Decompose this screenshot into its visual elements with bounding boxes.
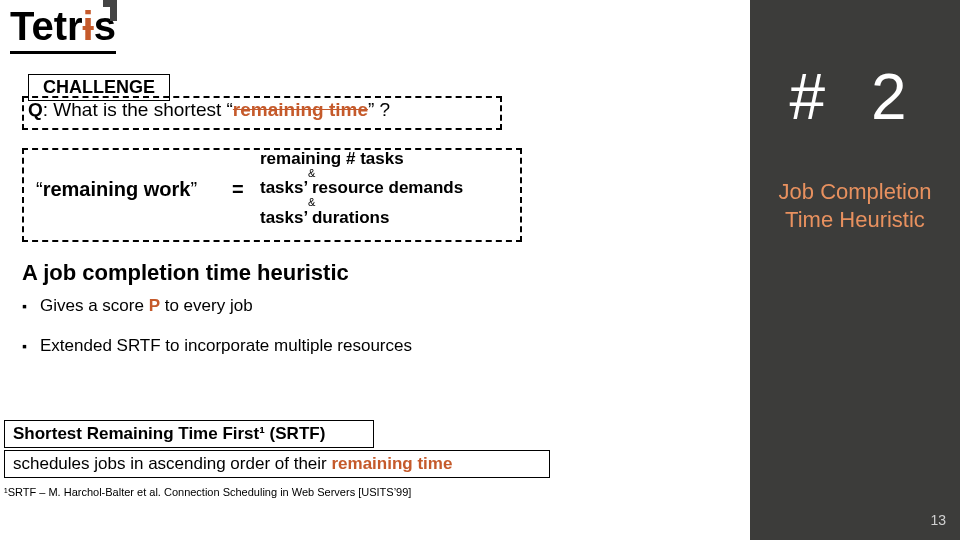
remaining-work-label: “remaining work” xyxy=(36,178,197,201)
slide: # 2 Job Completion Time Heuristic 13 Tet… xyxy=(0,0,960,540)
title-strike-i: i xyxy=(83,4,94,48)
equals-sign: = xyxy=(232,178,244,201)
srtf-title-box: Shortest Remaining Time First¹ (SRTF) xyxy=(4,420,374,448)
remaining-work-definition: remaining # tasks & tasks’ resource dema… xyxy=(260,150,510,227)
srtf-desc-rt: remaining time xyxy=(331,454,452,473)
remaining-work-text: remaining work xyxy=(43,178,191,200)
bullet-1a: Gives a score xyxy=(40,296,149,315)
q-remaining-time: remaining time xyxy=(233,99,368,120)
section-subtitle-line1: Job Completion xyxy=(779,179,932,204)
right-sidebar: # 2 Job Completion Time Heuristic 13 xyxy=(750,0,960,540)
title-part-a: Tetr xyxy=(10,4,83,48)
footnote: ¹SRTF – M. Harchol-Balter et al. Connect… xyxy=(4,486,411,498)
section-subtitle-line2: Time Heuristic xyxy=(785,207,925,232)
open-quote: “ xyxy=(36,178,43,200)
rw-line3: tasks’ durations xyxy=(260,209,510,227)
srtf-desc-box: schedules jobs in ascending order of the… xyxy=(4,450,550,478)
section-number: # 2 xyxy=(750,60,960,134)
question-text: Q: What is the shortest “remaining time”… xyxy=(28,99,390,121)
bullet-1: Gives a score P to every job xyxy=(40,296,253,316)
q-prefix: Q xyxy=(28,99,43,120)
srtf-desc-a: schedules jobs in ascending order of the… xyxy=(13,454,331,473)
tetromino-icon xyxy=(103,0,117,22)
bullet-2: Extended SRTF to incorporate multiple re… xyxy=(40,336,412,356)
page-number: 13 xyxy=(930,512,946,528)
q-part-b: ” ? xyxy=(368,99,390,120)
q-part-a: : What is the shortest “ xyxy=(43,99,233,120)
section-subtitle: Job Completion Time Heuristic xyxy=(750,178,960,233)
close-quote: ” xyxy=(190,178,197,200)
page-title: Tetris xyxy=(10,4,116,54)
bullet-1-P: P xyxy=(149,296,160,315)
rw-line1: remaining # tasks xyxy=(260,150,510,168)
rw-line2: tasks’ resource demands xyxy=(260,179,510,197)
bullet-1b: to every job xyxy=(160,296,253,315)
heuristic-heading: A job completion time heuristic xyxy=(22,260,349,286)
